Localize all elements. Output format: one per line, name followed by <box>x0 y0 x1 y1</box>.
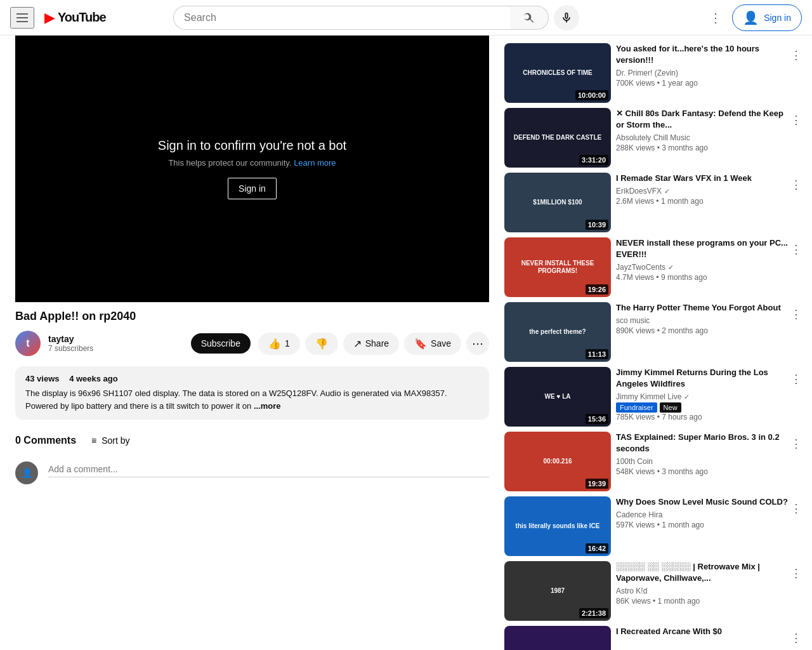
duration-badge: 15:36 <box>586 414 608 424</box>
video-card-more-button[interactable]: ⋮ <box>788 175 804 194</box>
mic-button[interactable] <box>554 5 579 30</box>
video-thumbnail: ARCANE <box>504 626 611 650</box>
comments-count: 0 Comments <box>15 435 76 446</box>
video-card[interactable]: 1987 2:21:38 ░░░░░ ░░ ░░░░░ | Retrowave … <box>504 561 804 621</box>
verified-icon: ✓ <box>668 263 674 272</box>
duration-badge: 16:42 <box>586 543 608 554</box>
share-icon: ↗ <box>353 338 362 350</box>
video-thumbnail: WE ♥ LA 15:36 <box>504 367 611 427</box>
sign-in-overlay-button[interactable]: Sign in <box>228 178 277 199</box>
header: ▶ YouTube ⋮ 👤 Sign in <box>0 0 812 36</box>
description-meta: 43 views 4 weeks ago <box>25 374 479 383</box>
description-box: 43 views 4 weeks ago The display is 96x9… <box>15 366 489 420</box>
video-card-more-button[interactable]: ⋮ <box>788 434 804 453</box>
video-card[interactable]: NEVER INSTALL THESE PROGRAMS! 19:26 NEVE… <box>504 237 804 297</box>
save-label: Save <box>431 338 451 348</box>
description-text: The display is 96x96 SH1107 oled display… <box>25 387 479 412</box>
sidebar: CHRONICLES OF TIME 10:00:00 You asked fo… <box>504 36 812 650</box>
new-badge: New <box>660 402 681 413</box>
search-button[interactable] <box>510 6 549 30</box>
video-card-info: I Remade Star Wars VFX in 1 Week ErikDoe… <box>616 173 804 232</box>
video-card[interactable]: $1MILLION $100 10:39 I Remade Star Wars … <box>504 173 804 232</box>
video-card-info: ✕ Chill 80s Dark Fantasy: Defend the Kee… <box>616 108 804 168</box>
learn-more-link[interactable]: Learn more <box>294 158 336 168</box>
duration-badge: 19:26 <box>586 284 608 295</box>
video-card-title: Jimmy Kimmel Returns During the Los Ange… <box>616 367 789 390</box>
sort-label: Sort by <box>102 435 129 446</box>
video-card[interactable]: ARCANE I Recreated Arcane With $0 ⋮ <box>504 626 804 650</box>
thumb-down-icon: 👎 <box>315 338 328 350</box>
more-options-button[interactable]: ⋮ <box>704 5 727 30</box>
video-card-info: I Recreated Arcane With $0 <box>616 626 804 650</box>
video-card-info: TAS Explained: Super Mario Bros. 3 in 0.… <box>616 432 804 491</box>
video-card-meta: 597K views • 1 month ago <box>616 521 789 529</box>
video-card-channel: Absolutely Chill Music <box>616 133 789 142</box>
video-card-channel: Dr. Primer! (Zevin) <box>616 69 789 77</box>
sign-in-button[interactable]: 👤 Sign in <box>732 4 802 31</box>
header-left: ▶ YouTube <box>10 7 106 29</box>
video-card-info: You asked for it...here's the 10 hours v… <box>616 43 804 103</box>
video-card-more-button[interactable]: ⋮ <box>788 305 804 324</box>
sign-in-subtitle: This helps protect our community. Learn … <box>158 158 346 168</box>
video-card-more-button[interactable]: ⋮ <box>788 46 804 65</box>
video-card-title: Why Does Snow Level Music Sound COLD? <box>616 496 789 508</box>
subscribe-button[interactable]: Subscribe <box>191 333 251 354</box>
video-card-channel: sco music <box>616 316 789 325</box>
video-card-more-button[interactable]: ⋮ <box>788 240 804 259</box>
video-card[interactable]: 00:00.216 19:39 TAS Explained: Super Mar… <box>504 432 804 491</box>
video-card-more-button[interactable]: ⋮ <box>788 628 804 647</box>
video-thumbnail: CHRONICLES OF TIME 10:00:00 <box>504 43 611 103</box>
video-card-channel: 100th Coin <box>616 457 789 466</box>
video-card-channel: JayzTwoCents✓ <box>616 263 789 272</box>
video-card-more-button[interactable]: ⋮ <box>788 564 804 583</box>
description-more-link[interactable]: ...more <box>254 401 281 411</box>
youtube-logo[interactable]: ▶ YouTube <box>44 10 106 26</box>
video-title: Bad Apple!! on rp2040 <box>15 310 489 323</box>
user-icon: 👤 <box>743 10 759 25</box>
youtube-logo-text: YouTube <box>58 10 106 25</box>
video-card[interactable]: WE ♥ LA 15:36 Jimmy Kimmel Returns Durin… <box>504 367 804 427</box>
save-button[interactable]: 🔖 Save <box>404 333 461 355</box>
share-button[interactable]: ↗ Share <box>343 333 399 355</box>
video-card-meta: 4.7M views • 9 months ago <box>616 273 789 282</box>
dislike-button[interactable]: 👎 <box>305 333 338 355</box>
video-player[interactable]: Sign in to confirm you're not a bot This… <box>15 36 489 302</box>
video-card-badges: FundraiserNew <box>616 402 789 413</box>
video-card-info: ░░░░░ ░░ ░░░░░ | Retrowave Mix | Vaporwa… <box>616 561 804 621</box>
more-actions-button[interactable]: ⋯ <box>466 332 489 355</box>
duration-badge: 2:21:38 <box>579 608 608 618</box>
video-card-title: NEVER install these programs on your PC.… <box>616 237 789 260</box>
video-card-title: The Harry Potter Theme You Forgot About <box>616 302 789 314</box>
like-button[interactable]: 👍 1 <box>258 333 300 355</box>
video-card-more-button[interactable]: ⋮ <box>788 369 804 388</box>
video-card-more-button[interactable]: ⋮ <box>788 499 804 518</box>
video-card-info: NEVER install these programs on your PC.… <box>616 237 804 297</box>
channel-row: t taytay 7 subscribers Subscribe 👍 1 👎 ↗… <box>15 331 489 356</box>
video-card-more-button[interactable]: ⋮ <box>788 110 804 129</box>
hamburger-menu-button[interactable] <box>10 7 34 29</box>
mic-icon <box>560 11 573 24</box>
duration-badge: 3:31:20 <box>579 155 608 165</box>
video-card[interactable]: DEFEND THE DARK CASTLE 3:31:20 ✕ Chill 8… <box>504 108 804 168</box>
video-card-channel: Cadence Hira <box>616 510 789 519</box>
video-card[interactable]: CHRONICLES OF TIME 10:00:00 You asked fo… <box>504 43 804 103</box>
fundraiser-badge: Fundraiser <box>616 402 657 413</box>
video-thumbnail: DEFEND THE DARK CASTLE 3:31:20 <box>504 108 611 168</box>
video-card-meta: 700K views • 1 year ago <box>616 79 789 88</box>
user-avatar: 👤 <box>15 461 38 484</box>
sign-in-title: Sign in to confirm you're not a bot <box>158 138 346 153</box>
video-thumbnail: 00:00.216 19:39 <box>504 432 611 491</box>
sort-button[interactable]: ≡ Sort by <box>91 435 130 446</box>
video-thumbnail: 1987 2:21:38 <box>504 561 611 621</box>
channel-name[interactable]: taytay <box>48 334 183 344</box>
video-card[interactable]: the perfect theme? 11:13 The Harry Potte… <box>504 302 804 362</box>
search-input[interactable] <box>173 6 510 30</box>
verified-icon: ✓ <box>664 187 670 196</box>
comment-input[interactable] <box>48 461 489 477</box>
video-card[interactable]: this literally sounds like ICE 16:42 Why… <box>504 496 804 556</box>
like-count: 1 <box>285 338 290 348</box>
video-card-channel: Jimmy Kimmel Live✓ <box>616 392 789 401</box>
video-card-meta: 785K views • 7 hours ago <box>616 413 789 421</box>
video-card-title: You asked for it...here's the 10 hours v… <box>616 43 789 66</box>
video-card-channel: ErikDoesVFX✓ <box>616 187 789 196</box>
